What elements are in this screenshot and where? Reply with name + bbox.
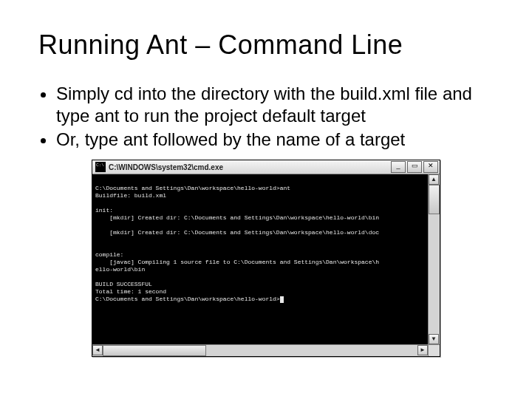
cmd-window: C:\WINDOWS\system32\cmd.exe _ ▭ ✕ C:\Doc… [92,160,440,357]
console-output[interactable]: C:\Documents and Settings\Dan\workspace\… [92,174,428,344]
console-line: compile: [95,251,123,258]
console-line: C:\Documents and Settings\Dan\workspace\… [95,185,290,191]
scroll-down-icon[interactable]: ▼ [429,334,439,344]
console-line: [mkdir] Created dir: C:\Documents and Se… [95,214,379,221]
scroll-right-icon[interactable]: ► [417,345,428,355]
cursor [280,296,284,303]
vertical-scrollbar[interactable]: ▲ ▼ [428,174,440,344]
bullet-item: Simply cd into the directory with the bu… [56,83,502,127]
console-line: init: [95,207,113,214]
maximize-button[interactable]: ▭ [407,161,422,173]
scroll-thumb[interactable] [103,345,206,356]
minimize-button[interactable]: _ [391,161,406,173]
console-line: C:\Documents and Settings\Dan\workspace\… [95,296,280,302]
slide: Running Ant – Command Line Simply cd int… [0,0,532,399]
titlebar: C:\WINDOWS\system32\cmd.exe _ ▭ ✕ [92,160,440,174]
scroll-track[interactable] [429,185,440,334]
slide-title: Running Ant – Command Line [38,30,502,61]
console-area: C:\Documents and Settings\Dan\workspace\… [92,174,440,344]
scroll-corner [428,345,440,356]
console-line: BUILD SUCCESSFUL [95,281,152,287]
cmd-icon [95,162,106,172]
console-line: [mkdir] Created dir: C:\Documents and Se… [95,229,379,236]
scroll-up-icon[interactable]: ▲ [429,174,439,185]
scroll-thumb[interactable] [429,185,440,214]
close-button[interactable]: ✕ [423,161,438,173]
horizontal-scrollbar[interactable]: ◄ ► [92,344,440,356]
console-line: Buildfile: build.xml [95,192,166,199]
window-title: C:\WINDOWS\system32\cmd.exe [109,163,390,171]
console-line: Total time: 1 second [95,288,166,295]
bullet-item: Or, type ant followed by the name of a t… [56,129,502,151]
console-line: ello-world\bin [95,266,145,273]
console-line: [javac] Compiling 1 source file to C:\Do… [95,259,379,265]
scroll-track[interactable] [103,345,417,356]
scroll-left-icon[interactable]: ◄ [92,345,103,355]
bullet-list: Simply cd into the directory with the bu… [30,83,502,151]
